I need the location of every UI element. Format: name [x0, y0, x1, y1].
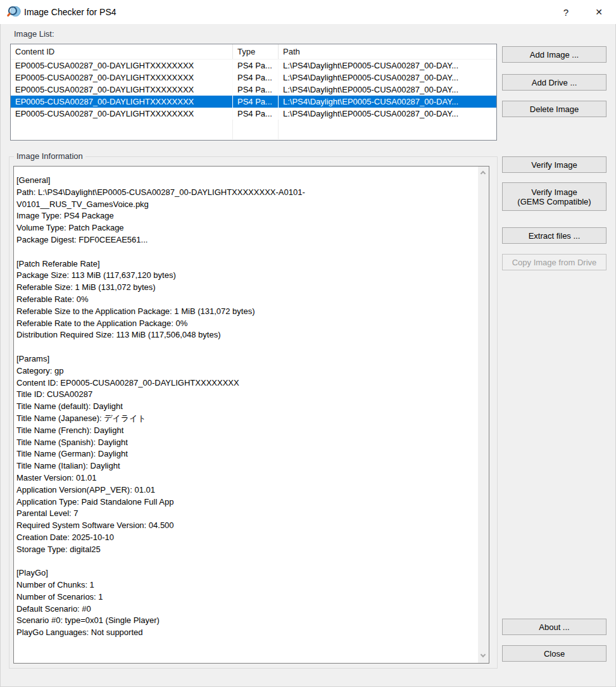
cell-path: L:\PS4\Daylight\EP0005-CUSA00287_00-DAY.…: [279, 84, 496, 96]
filler-cell: [233, 120, 279, 139]
info-line: Title Name (French): Daylight: [16, 425, 475, 437]
table-row[interactable]: EP0005-CUSA00287_00-DAYLIGHTXXXXXXXX PS4…: [11, 84, 496, 96]
info-line: Title ID: CUSA00287: [16, 389, 475, 401]
table-header-row: Content ID Type Path: [11, 44, 496, 60]
info-line: Number of Chunks: 1: [16, 579, 475, 591]
copy-image-from-drive-button: Copy Image from Drive: [502, 254, 607, 270]
verify-gems-label-line2: (GEMS Compatible): [517, 197, 591, 206]
image-information-label: Image Information: [14, 151, 85, 161]
filler-cell: [11, 120, 233, 139]
info-line: [Params]: [16, 353, 475, 365]
image-list-label: Image List:: [14, 29, 54, 39]
info-line: Title Name (German): Daylight: [16, 448, 475, 460]
image-information-textbox[interactable]: [General]Path: L:\PS4\Daylight\EP0005-CU…: [13, 166, 489, 664]
info-line: [General]: [16, 175, 475, 187]
help-button[interactable]: ?: [551, 0, 581, 24]
info-line: PlayGo Languages: Not supported: [16, 627, 475, 639]
info-line: [16, 246, 475, 258]
table-row[interactable]: EP0005-CUSA00287_00-DAYLIGHTXXXXXXXX PS4…: [11, 60, 496, 72]
close-button[interactable]: Close: [502, 645, 607, 662]
info-line: V0101__RUS_TV_GamesVoice.pkg: [16, 199, 475, 211]
close-icon: ✕: [595, 7, 603, 17]
table-empty-area: [11, 120, 496, 139]
window-title: Image Checker for PS4: [24, 7, 116, 17]
info-line: [16, 556, 475, 568]
info-line: Referable Rate to the Application Packag…: [16, 318, 475, 330]
table-row[interactable]: EP0005-CUSA00287_00-DAYLIGHTXXXXXXXX PS4…: [11, 96, 496, 108]
table-rows: EP0005-CUSA00287_00-DAYLIGHTXXXXXXXX PS4…: [11, 60, 496, 120]
scroll-down-button[interactable]: [478, 651, 489, 662]
verify-gems-label-line1: Verify Image: [531, 187, 577, 197]
cell-type: PS4 Pa...: [233, 84, 279, 96]
info-line: Distribution Required Size: 113 MiB (117…: [16, 329, 475, 341]
verify-image-button[interactable]: Verify Image: [502, 156, 607, 173]
add-image-button[interactable]: Add Image ...: [502, 46, 607, 63]
scroll-up-button[interactable]: [478, 168, 489, 179]
info-line: Parental Level: 7: [16, 508, 475, 520]
info-line: Required System Software Version: 04.500: [16, 520, 475, 532]
table-row[interactable]: EP0005-CUSA00287_00-DAYLIGHTXXXXXXXX PS4…: [11, 108, 496, 120]
cell-path: L:\PS4\Daylight\EP0005-CUSA00287_00-DAY.…: [279, 60, 496, 72]
info-line: Application Type: Paid Standalone Full A…: [16, 496, 475, 508]
info-line: Volume Type: Patch Package: [16, 222, 475, 234]
info-line: Default Scenario: #0: [16, 603, 475, 615]
image-information-groupbox: Image Information [General]Path: L:\PS4\…: [9, 156, 498, 669]
extract-files-button[interactable]: Extract files ...: [502, 227, 607, 244]
filler-cell: [279, 120, 496, 139]
info-line: Referable Size: 1 MiB (131,072 bytes): [16, 282, 475, 294]
info-line: Number of Scenarios: 1: [16, 591, 475, 603]
cell-content-id: EP0005-CUSA00287_00-DAYLIGHTXXXXXXXX: [11, 60, 233, 72]
cell-path: L:\PS4\Daylight\EP0005-CUSA00287_00-DAY.…: [279, 72, 496, 84]
info-line: Title Name (Spanish): Daylight: [16, 437, 475, 449]
cell-type: PS4 Pa...: [233, 96, 279, 108]
title-bar: Image Checker for PS4 ? ✕: [0, 0, 616, 24]
close-window-button[interactable]: ✕: [584, 0, 613, 24]
cell-content-id: EP0005-CUSA00287_00-DAYLIGHTXXXXXXXX: [11, 96, 233, 108]
info-line: Package Size: 113 MiB (117,637,120 bytes…: [16, 270, 475, 282]
about-button[interactable]: About ...: [502, 619, 607, 635]
app-magnifier-icon: [7, 5, 21, 19]
cell-content-id: EP0005-CUSA00287_00-DAYLIGHTXXXXXXXX: [11, 72, 233, 84]
chevron-down-icon: [481, 652, 486, 657]
cell-type: PS4 Pa...: [233, 60, 279, 72]
cell-content-id: EP0005-CUSA00287_00-DAYLIGHTXXXXXXXX: [11, 84, 233, 96]
add-drive-button[interactable]: Add Drive ...: [502, 74, 607, 91]
vertical-scrollbar[interactable]: [478, 167, 489, 663]
info-line: Category: gp: [16, 365, 475, 377]
image-list-table: Content ID Type Path EP0005-CUSA00287_00…: [10, 44, 497, 141]
info-line: Image Type: PS4 Package: [16, 210, 475, 222]
table-body: EP0005-CUSA00287_00-DAYLIGHTXXXXXXXX PS4…: [11, 60, 496, 139]
info-line: Referable Rate: 0%: [16, 294, 475, 306]
info-line: Scenario #0: type=0x01 (Single Player): [16, 615, 475, 627]
info-line: Path: L:\PS4\Daylight\EP0005-CUSA00287_0…: [16, 187, 475, 199]
verify-image-gems-button[interactable]: Verify Image (GEMS Compatible): [502, 182, 607, 211]
info-line: Master Version: 01.01: [16, 472, 475, 484]
info-line: [Patch Referable Rate]: [16, 258, 475, 270]
info-line: Title Name (default): Daylight: [16, 401, 475, 413]
column-header-path[interactable]: Path: [279, 44, 496, 59]
info-lines: [General]Path: L:\PS4\Daylight\EP0005-CU…: [16, 175, 475, 639]
info-line: Content ID: EP0005-CUSA00287_00-DAYLIGHT…: [16, 377, 475, 389]
info-line: Application Version(APP_VER): 01.01: [16, 484, 475, 496]
info-line: Referable Size to the Application Packag…: [16, 306, 475, 318]
cell-type: PS4 Pa...: [233, 72, 279, 84]
app-window: Image Checker for PS4 ? ✕ Image List: Co…: [0, 0, 616, 687]
info-line: Title Name (Japanese): デイライト: [16, 413, 475, 425]
column-header-content-id[interactable]: Content ID: [11, 44, 233, 59]
cell-path: L:\PS4\Daylight\EP0005-CUSA00287_00-DAY.…: [279, 108, 496, 120]
chevron-up-icon: [481, 171, 486, 176]
table-row[interactable]: EP0005-CUSA00287_00-DAYLIGHTXXXXXXXX PS4…: [11, 72, 496, 84]
info-line: Package Digest: FDF0CEEAE561...: [16, 234, 475, 246]
info-line: [PlayGo]: [16, 567, 475, 579]
column-header-type[interactable]: Type: [233, 44, 279, 59]
cell-content-id: EP0005-CUSA00287_00-DAYLIGHTXXXXXXXX: [11, 108, 233, 120]
delete-image-button[interactable]: Delete Image: [502, 101, 607, 117]
image-information-text: [General]Path: L:\PS4\Daylight\EP0005-CU…: [14, 167, 478, 663]
info-line: Creation Date: 2025-10-10: [16, 532, 475, 544]
info-line: Title Name (Italian): Daylight: [16, 460, 475, 472]
cell-type: PS4 Pa...: [233, 108, 279, 120]
cell-path: L:\PS4\Daylight\EP0005-CUSA00287_00-DAY.…: [279, 96, 496, 108]
info-line: Storage Type: digital25: [16, 544, 475, 556]
info-line: [16, 341, 475, 353]
help-icon: ?: [563, 7, 569, 18]
